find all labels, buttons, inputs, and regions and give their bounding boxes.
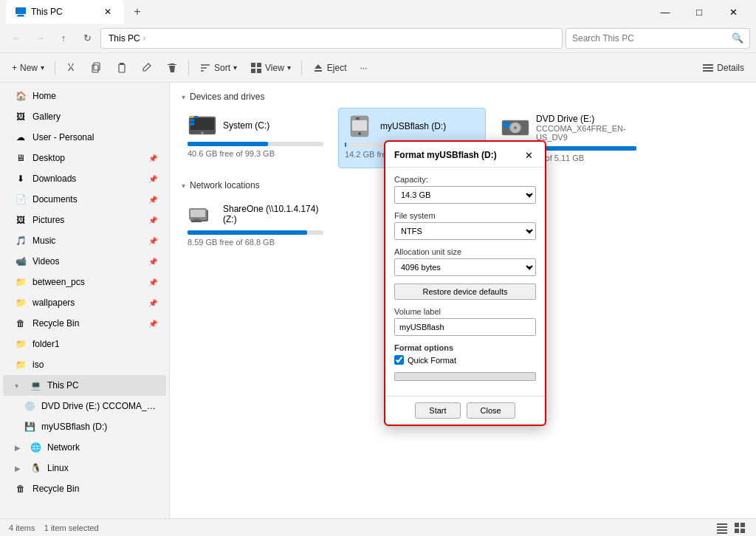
documents-icon: 📄 [15, 193, 27, 205]
list-view-icon[interactable] [715, 520, 729, 535]
details-button[interactable]: Details [696, 58, 750, 78]
details-icon [702, 62, 714, 74]
dialog-close-footer-button[interactable]: Close [467, 402, 515, 419]
copy-button[interactable] [85, 58, 109, 78]
eject-button[interactable]: Eject [306, 58, 353, 78]
svg-rect-10 [257, 69, 261, 73]
volume-label-input[interactable] [394, 318, 536, 336]
drive-system-c[interactable]: System (C:) 40.6 GB free of 99.3 GB [182, 108, 329, 168]
up-button[interactable]: ↑ [53, 28, 74, 49]
allocation-select[interactable]: 4096 bytes [394, 258, 536, 276]
capacity-select-wrap: 14.3 GB [394, 186, 536, 204]
view-button[interactable]: View ▾ [244, 58, 297, 78]
sidebar-item-between-pcs[interactable]: 📁 between_pcs 📌 [3, 272, 166, 292]
tab-close-button[interactable]: ✕ [100, 4, 115, 19]
minimize-button[interactable]: — [648, 0, 682, 24]
svg-rect-30 [503, 122, 509, 128]
svg-point-17 [201, 131, 204, 134]
search-icon[interactable]: 🔍 [732, 32, 743, 44]
sidebar-item-videos[interactable]: 📹 Videos 📌 [3, 251, 166, 272]
sort-button[interactable]: Sort ▾ [193, 58, 243, 78]
svg-rect-2 [17, 16, 24, 17]
new-button[interactable]: + New ▾ [6, 58, 50, 78]
drive-system-c-info: 40.6 GB free of 99.3 GB [188, 149, 323, 158]
pin-icon-pics: 📌 [148, 216, 157, 224]
sidebar-item-myusbflash[interactable]: 💾 myUSBflash (D:) [3, 416, 166, 437]
forward-button[interactable]: → [30, 28, 50, 49]
sidebar-item-desktop[interactable]: 🖥 Desktop 📌 [3, 148, 166, 168]
back-button[interactable]: ← [6, 28, 27, 49]
rename-icon [141, 62, 153, 74]
new-tab-button[interactable]: + [127, 1, 148, 22]
usb-flash-icon: 💾 [24, 421, 35, 433]
grid-view-icon[interactable] [732, 520, 747, 535]
devices-collapse-icon[interactable]: ▾ [182, 93, 185, 101]
capacity-select[interactable]: 14.3 GB [394, 186, 536, 204]
search-input[interactable] [572, 33, 727, 44]
status-items: 4 items 1 item selected [9, 523, 99, 532]
quick-format-checkbox[interactable] [394, 355, 404, 365]
more-button[interactable]: ··· [354, 58, 374, 78]
sidebar-item-gallery[interactable]: 🖼 Gallery [3, 106, 166, 127]
sidebar-item-linux[interactable]: ▶ 🐧 Linux [3, 458, 166, 478]
delete-icon [166, 62, 178, 74]
window-controls: — □ ✕ [648, 0, 750, 24]
drive-myusbflash-d-icon [345, 114, 374, 138]
drive-system-c-header: System (C:) [188, 114, 323, 137]
sidebar-item-this-pc[interactable]: ▾ 💻 This PC [3, 375, 166, 396]
svg-rect-37 [717, 526, 727, 528]
folder-icon-folder1: 📁 [15, 338, 27, 350]
paste-button[interactable] [110, 58, 134, 78]
sidebar-item-network[interactable]: ▶ 🌐 Network [3, 437, 166, 458]
dialog-close-button[interactable]: ✕ [521, 148, 536, 162]
filesystem-select[interactable]: NTFS [394, 222, 536, 240]
restore-defaults-button[interactable]: Restore device defaults [394, 284, 536, 300]
sidebar-item-home[interactable]: 🏠 Home [3, 86, 166, 106]
recycle-bin-icon: 🗑 [15, 317, 27, 329]
sidebar-item-downloads[interactable]: ⬇ Downloads 📌 [3, 168, 166, 189]
sidebar-item-folder1[interactable]: 📁 folder1 [3, 334, 166, 354]
sidebar-item-iso[interactable]: 📁 iso [3, 354, 166, 375]
sidebar-item-music[interactable]: 🎵 Music 📌 [3, 230, 166, 251]
svg-rect-12 [703, 64, 713, 66]
svg-rect-36 [717, 523, 727, 525]
maximize-button[interactable]: □ [682, 0, 716, 24]
toolbar: + New ▾ Sort ▾ View ▾ Eject ··· Details [0, 53, 756, 83]
network-shareone[interactable]: ShareOne (\\10.1.4.174) (Z:) 8.59 GB fre… [182, 196, 329, 252]
search-bar[interactable]: 🔍 [566, 28, 750, 49]
sidebar-item-recycle-bin2[interactable]: 🗑 Recycle Bin [3, 478, 166, 499]
quick-format-label[interactable]: Quick Format [408, 356, 456, 365]
dvd-drive-icon: 💿 [24, 400, 35, 412]
sidebar-item-recycle-bin[interactable]: 🗑 Recycle Bin 📌 [3, 313, 166, 334]
sidebar-item-dvd-drive[interactable]: 💿 DVD Drive (E:) CCCOMA_X64FRE_EN-US_D [3, 396, 166, 416]
svg-rect-3 [94, 63, 100, 70]
cut-button[interactable] [60, 58, 83, 78]
svg-point-25 [358, 132, 361, 135]
tab-this-pc[interactable]: This PC ✕ [6, 0, 124, 24]
gallery-icon: 🖼 [15, 111, 27, 123]
close-button[interactable]: ✕ [716, 0, 750, 24]
format-options-field: Format options Quick Format [394, 343, 536, 365]
drive-dvd-e-icon [501, 116, 530, 140]
breadcrumb[interactable]: This PC › [100, 28, 563, 49]
delete-button[interactable] [160, 58, 184, 78]
drive-myusbflash-d-bar-fill [345, 142, 346, 147]
sidebar-item-user-personal[interactable]: ☁ User - Personal [3, 127, 166, 148]
paste-icon [116, 62, 128, 74]
sidebar-item-pictures[interactable]: 🖼 Pictures 📌 [3, 210, 166, 230]
refresh-button[interactable]: ↻ [77, 28, 97, 49]
status-bar: 4 items 1 item selected [0, 518, 756, 536]
sidebar-item-documents[interactable]: 📄 Documents 📌 [3, 189, 166, 210]
drive-system-c-icon [188, 114, 217, 137]
rename-button[interactable] [135, 58, 159, 78]
network-collapse-icon[interactable]: ▾ [182, 182, 185, 190]
address-bar: ← → ↑ ↻ This PC › 🔍 [0, 24, 756, 53]
sort-icon [199, 62, 211, 74]
expand-icon-network: ▶ [15, 444, 24, 452]
volume-label-field: Volume label [394, 307, 536, 336]
network-shareone-info: 8.59 GB free of 68.8 GB [188, 238, 323, 247]
svg-rect-33 [190, 210, 205, 217]
start-button[interactable]: Start [415, 402, 460, 419]
recycle-bin2-icon: 🗑 [15, 483, 27, 495]
sidebar-item-wallpapers[interactable]: 📁 wallpapers 📌 [3, 292, 166, 313]
